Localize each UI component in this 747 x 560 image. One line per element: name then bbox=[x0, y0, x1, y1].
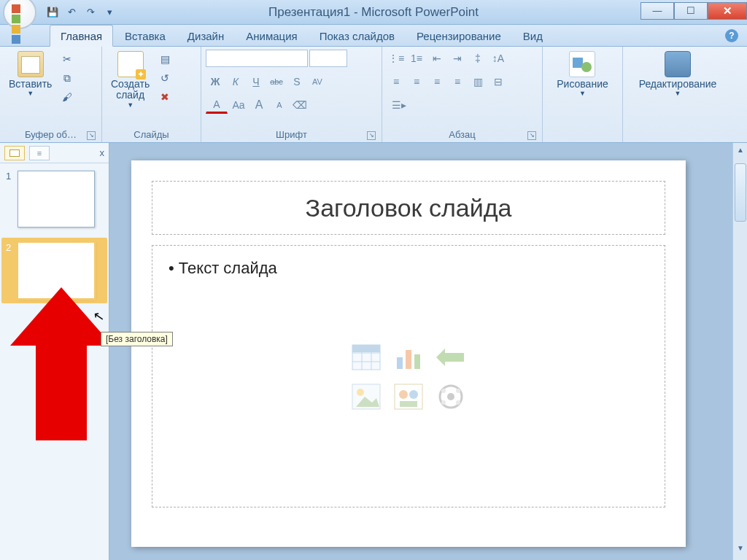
underline-button[interactable]: Ч bbox=[247, 73, 266, 90]
grow-font-button[interactable]: A bbox=[249, 96, 268, 114]
new-slide-icon: ✦ bbox=[117, 51, 144, 77]
align-left-button[interactable]: ≡ bbox=[387, 73, 406, 90]
clear-format-button[interactable]: ⌫ bbox=[290, 96, 309, 114]
redo-icon[interactable]: ↷ bbox=[83, 5, 98, 20]
new-slide-button[interactable]: ✦ Создать слайд ▼ bbox=[107, 50, 154, 110]
quick-access-toolbar: 💾 ↶ ↷ ▾ bbox=[45, 5, 117, 20]
cut-icon[interactable]: ✂ bbox=[59, 51, 75, 67]
reset-icon[interactable]: ↺ bbox=[157, 70, 173, 86]
ribbon: Вставить ▼ ✂ ⧉ 🖌 Буфер об…↘ ✦ Создать сл… bbox=[0, 47, 747, 143]
group-paragraph: ⋮≡ 1≡ ⇤ ⇥ ‡ ↕A ≡ ≡ ≡ ≡ ▥ ⊟ ☰▸ Абзац↘ bbox=[382, 47, 543, 142]
insert-table-icon[interactable] bbox=[349, 341, 384, 373]
svg-point-20 bbox=[456, 389, 460, 393]
convert-smartart-button[interactable]: ☰▸ bbox=[387, 96, 411, 114]
svg-point-15 bbox=[409, 390, 418, 399]
dialog-launcher-icon[interactable]: ↘ bbox=[87, 131, 96, 140]
group-label-font: Шрифт↘ bbox=[206, 127, 377, 142]
numbering-button[interactable]: 1≡ bbox=[407, 50, 426, 67]
insert-chart-icon[interactable] bbox=[391, 341, 426, 373]
scroll-up-icon[interactable]: ▲ bbox=[734, 146, 747, 159]
slide-thumb-icon bbox=[9, 149, 20, 157]
tab-insert[interactable]: Вставка bbox=[115, 26, 176, 46]
thumbnail-tooltip: [Без заголовка] bbox=[101, 332, 173, 346]
line-spacing-button[interactable]: ‡ bbox=[468, 50, 487, 67]
shrink-font-button[interactable]: A bbox=[270, 96, 289, 114]
drawing-button[interactable]: Рисование ▼ bbox=[552, 50, 613, 98]
text-shadow-button[interactable]: S bbox=[287, 73, 306, 90]
slides-tab[interactable] bbox=[4, 146, 25, 160]
group-slides: ✦ Создать слайд ▼ ▤ ↺ ✖ Слайды bbox=[102, 47, 201, 142]
qat-more-icon[interactable]: ▾ bbox=[102, 5, 117, 20]
increase-indent-button[interactable]: ⇥ bbox=[448, 50, 467, 67]
layout-icon[interactable]: ▤ bbox=[157, 51, 173, 67]
tab-animation[interactable]: Анимация bbox=[236, 26, 307, 46]
text-direction-button[interactable]: ↕A bbox=[489, 50, 508, 67]
panel-close-button[interactable]: x bbox=[100, 147, 105, 158]
close-button[interactable]: ✕ bbox=[708, 2, 747, 20]
office-button[interactable] bbox=[3, 0, 36, 29]
bullets-button[interactable]: ⋮≡ bbox=[387, 50, 406, 67]
paste-button[interactable]: Вставить ▼ bbox=[4, 50, 56, 98]
group-editing: Редактирование ▼ bbox=[623, 47, 732, 142]
svg-rect-16 bbox=[400, 401, 417, 407]
ribbon-tabs: Главная Вставка Дизайн Анимация Показ сл… bbox=[0, 25, 747, 47]
undo-icon[interactable]: ↶ bbox=[64, 5, 79, 20]
maximize-button[interactable]: ☐ bbox=[674, 2, 708, 20]
dialog-launcher-icon[interactable]: ↘ bbox=[367, 131, 376, 140]
insert-picture-icon[interactable] bbox=[349, 381, 384, 413]
insert-clipart-icon[interactable] bbox=[391, 381, 426, 413]
slide-canvas[interactable]: Заголовок слайда Текст слайда bbox=[131, 160, 686, 547]
insert-media-icon[interactable] bbox=[433, 381, 468, 413]
tab-home[interactable]: Главная bbox=[50, 25, 113, 47]
italic-button[interactable]: К bbox=[226, 73, 245, 90]
body-text: Текст слайда bbox=[169, 259, 649, 278]
font-family-combo[interactable] bbox=[206, 50, 308, 67]
svg-point-21 bbox=[441, 400, 446, 405]
justify-button[interactable]: ≡ bbox=[448, 73, 467, 90]
copy-icon[interactable]: ⧉ bbox=[59, 70, 75, 86]
slide-number: 1 bbox=[6, 171, 13, 228]
svg-point-22 bbox=[456, 400, 460, 405]
group-drawing: Рисование ▼ bbox=[543, 47, 623, 142]
columns-button[interactable]: ▥ bbox=[468, 73, 487, 90]
vertical-scrollbar[interactable]: ▲ ▼ bbox=[732, 143, 747, 560]
align-right-button[interactable]: ≡ bbox=[427, 73, 446, 90]
title-placeholder[interactable]: Заголовок слайда bbox=[152, 181, 665, 235]
shapes-icon bbox=[569, 51, 595, 77]
insert-smartart-icon[interactable] bbox=[433, 341, 468, 373]
group-label-editing bbox=[627, 127, 728, 142]
save-icon[interactable]: 💾 bbox=[45, 5, 60, 20]
outline-icon: ≡ bbox=[37, 149, 42, 158]
decrease-indent-button[interactable]: ⇤ bbox=[427, 50, 446, 67]
content-placeholder[interactable]: Текст слайда bbox=[152, 245, 665, 508]
slide-editor: Заголовок слайда Текст слайда ▲ ▼ bbox=[109, 143, 747, 560]
change-case-button[interactable]: Aa bbox=[229, 96, 248, 114]
align-text-button[interactable]: ⊟ bbox=[489, 73, 508, 90]
chevron-down-icon: ▼ bbox=[127, 101, 133, 109]
help-icon[interactable]: ? bbox=[725, 29, 738, 42]
bold-button[interactable]: Ж bbox=[206, 73, 225, 90]
tab-design[interactable]: Дизайн bbox=[177, 26, 234, 46]
svg-marker-9 bbox=[436, 349, 464, 366]
tab-review[interactable]: Рецензирование bbox=[406, 26, 511, 46]
svg-point-19 bbox=[441, 389, 446, 393]
delete-icon[interactable]: ✖ bbox=[157, 89, 173, 105]
scrollbar-thumb[interactable] bbox=[735, 163, 746, 222]
align-center-button[interactable]: ≡ bbox=[407, 73, 426, 90]
char-spacing-button[interactable]: AV bbox=[308, 73, 327, 90]
editing-button[interactable]: Редактирование ▼ bbox=[635, 50, 721, 98]
minimize-button[interactable]: — bbox=[640, 2, 674, 20]
font-size-combo[interactable] bbox=[309, 50, 347, 67]
outline-tab[interactable]: ≡ bbox=[29, 146, 50, 160]
slide-thumbnail-1[interactable]: 1 bbox=[6, 171, 103, 228]
tab-view[interactable]: Вид bbox=[513, 26, 553, 46]
svg-point-11 bbox=[357, 389, 364, 396]
tab-slideshow[interactable]: Показ слайдов bbox=[309, 26, 405, 46]
format-painter-icon[interactable]: 🖌 bbox=[59, 89, 75, 105]
font-color-button[interactable]: A bbox=[206, 96, 228, 114]
scroll-down-icon[interactable]: ▼ bbox=[734, 544, 747, 557]
clipboard-icon bbox=[18, 51, 44, 77]
strikethrough-button[interactable]: abc bbox=[267, 73, 286, 90]
window-controls: — ☐ ✕ bbox=[640, 3, 747, 22]
dialog-launcher-icon[interactable]: ↘ bbox=[527, 131, 536, 140]
